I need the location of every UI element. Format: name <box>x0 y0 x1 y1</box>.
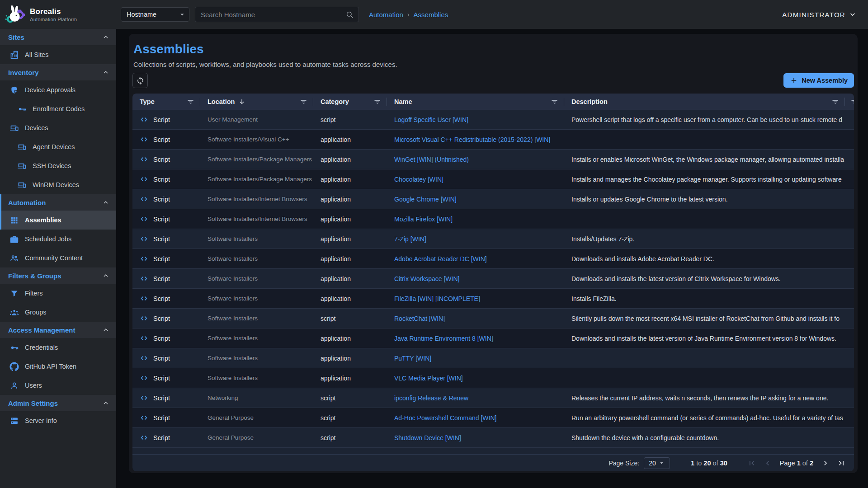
column-header-description[interactable]: Description <box>564 94 854 110</box>
next-page-icon[interactable] <box>821 459 830 468</box>
table-row[interactable]: ScriptSoftware Installersapplication7-Zi… <box>132 229 854 249</box>
cell-name: Java Runtime Environment 8 [WIN] <box>387 328 564 348</box>
assembly-link[interactable]: Adobe Acrobat Reader DC [WIN] <box>394 255 487 263</box>
building-icon <box>9 50 19 60</box>
table-row[interactable]: ScriptSoftware InstallersapplicationJava… <box>132 328 854 348</box>
first-page-icon[interactable] <box>747 459 756 468</box>
cell-location: Software Installers/Package Managers <box>200 169 313 189</box>
cell-location: Software Installers <box>200 368 313 388</box>
table-row[interactable]: ScriptGeneral PurposescriptShutdown Devi… <box>132 428 854 448</box>
table-row[interactable]: ScriptNetworkingscriptipconfig Release &… <box>132 388 854 408</box>
column-header-name[interactable]: Name <box>387 94 564 110</box>
sidebar-item-ssh-devices[interactable]: SSH Devices <box>0 156 116 175</box>
breadcrumb-automation[interactable]: Automation <box>369 11 403 19</box>
assembly-link[interactable]: Shutdown Device [WIN] <box>394 434 461 441</box>
assembly-link[interactable]: Microsoft Visual C++ Redistributable (20… <box>394 136 550 143</box>
cell-category: script <box>313 110 387 129</box>
sidebar-section-filters-groups[interactable]: Filters & Groups <box>0 267 116 284</box>
topbar: Hostname Automation › Assemblies ADMINIS… <box>116 0 868 29</box>
table-row[interactable]: ScriptUser ManagementscriptLogoff Specif… <box>132 110 854 130</box>
sidebar-item-credentials[interactable]: Credentials <box>0 338 116 357</box>
user-menu[interactable]: ADMINISTRATOR <box>782 10 857 19</box>
sidebar-item-devices[interactable]: Devices <box>0 118 116 137</box>
devices-icon <box>17 161 27 171</box>
cell-description: Installs and manages the Chocolatey pack… <box>564 169 854 189</box>
assembly-link[interactable]: 7-Zip [WIN] <box>394 235 426 243</box>
filter-list-icon <box>831 98 839 106</box>
code-icon <box>140 215 148 223</box>
sidebar-section-access-management[interactable]: Access Management <box>0 322 116 338</box>
breadcrumb-assemblies[interactable]: Assemblies <box>414 11 448 19</box>
assembly-link[interactable]: RocketChat [WIN] <box>394 315 445 322</box>
column-header-type[interactable]: Type <box>132 94 200 110</box>
caret-down-icon <box>658 460 665 466</box>
sidebar-section-inventory[interactable]: Inventory <box>0 64 116 80</box>
last-page-icon[interactable] <box>837 459 846 468</box>
sidebar-item-github-api-token[interactable]: GitHub API Token <box>0 357 116 376</box>
assembly-link[interactable]: Google Chrome [WIN] <box>394 196 457 203</box>
sidebar-item-agent-devices[interactable]: Agent Devices <box>0 137 116 156</box>
table-row[interactable]: ScriptSoftware InstallersapplicationVLC … <box>132 368 854 388</box>
cell-location: Software Installers <box>200 328 313 348</box>
assembly-link[interactable]: ipconfig Release & Renew <box>394 394 468 402</box>
assembly-link[interactable]: Mozilla Firefox [WIN] <box>394 216 453 223</box>
assembly-link[interactable]: FileZilla [WIN] [INCOMPLETE] <box>394 295 480 302</box>
assembly-link[interactable]: PuTTY [WIN] <box>394 355 431 362</box>
table-row[interactable]: ScriptGeneral PurposescriptAd-Hoc Powers… <box>132 408 854 428</box>
table-row[interactable]: ScriptSoftware InstallersapplicationPuTT… <box>132 348 854 368</box>
sidebar-item-winrm-devices[interactable]: WinRM Devices <box>0 175 116 194</box>
sidebar-item-groups[interactable]: Groups <box>0 303 116 322</box>
cell-name: RocketChat [WIN] <box>387 309 564 328</box>
section-label: Access Management <box>8 326 75 334</box>
funnel-icon <box>9 289 19 298</box>
table-row[interactable]: ScriptSoftware Installers/Package Manage… <box>132 150 854 169</box>
cell-category: application <box>313 150 387 169</box>
assembly-link[interactable]: WinGet [WIN] (Unfinished) <box>394 156 469 163</box>
table-row[interactable]: ScriptSoftware Installers/Internet Brows… <box>132 209 854 229</box>
table-row[interactable]: ScriptSoftware Installers/Internet Brows… <box>132 189 854 209</box>
previous-page-icon[interactable] <box>763 459 772 468</box>
table-row[interactable]: ScriptSoftware InstallersapplicationAdob… <box>132 249 854 269</box>
sidebar-item-device-approvals[interactable]: Device Approvals <box>0 80 116 99</box>
main-area: Hostname Automation › Assemblies ADMINIS… <box>116 0 868 488</box>
assembly-link[interactable]: VLC Media Player [WIN] <box>394 375 463 382</box>
cell-name: Citrix Workspace [WIN] <box>387 269 564 288</box>
code-icon <box>140 433 148 442</box>
sidebar-item-enrollment-codes[interactable]: Enrollment Codes <box>0 99 116 118</box>
column-header-location[interactable]: Location <box>200 94 313 110</box>
table-row[interactable]: ScriptSoftware InstallersapplicationCitr… <box>132 269 854 289</box>
cell-location: Software Installers <box>200 309 313 328</box>
page-size-select[interactable]: 20 <box>644 457 670 469</box>
sidebar-item-server-info[interactable]: Server Info <box>0 411 116 430</box>
table-row[interactable]: ScriptSoftware Installers/Package Manage… <box>132 169 854 189</box>
column-label: Description <box>571 98 608 105</box>
assembly-link[interactable]: Chocolatey [WIN] <box>394 176 443 183</box>
hostname-filter-select[interactable]: Hostname <box>121 7 189 22</box>
sidebar-item-community-content[interactable]: Community Content <box>0 249 116 267</box>
sidebar-item-users[interactable]: Users <box>0 376 116 395</box>
arrow-down-icon <box>238 98 245 105</box>
assembly-link[interactable]: Logoff Specific User [WIN] <box>394 116 468 123</box>
sidebar-section-admin-settings[interactable]: Admin Settings <box>0 395 116 411</box>
hostname-select-value: Hostname <box>127 11 156 18</box>
sidebar-section-automation[interactable]: Automation <box>0 194 116 211</box>
code-icon <box>140 274 148 283</box>
new-assembly-button[interactable]: New Assembly <box>783 73 854 88</box>
table-row[interactable]: ScriptSoftware InstallersscriptRocketCha… <box>132 309 854 328</box>
assembly-link[interactable]: Ad-Hoc Powershell Command [WIN] <box>394 414 496 422</box>
sidebar-item-scheduled-jobs[interactable]: Scheduled Jobs <box>0 230 116 249</box>
column-header-category[interactable]: Category <box>313 94 387 110</box>
sidebar-item-assemblies[interactable]: Assemblies <box>0 211 116 230</box>
cell-name: FileZilla [WIN] [INCOMPLETE] <box>387 289 564 308</box>
sidebar-item-all-sites[interactable]: All Sites <box>0 45 116 64</box>
table-row[interactable]: ScriptSoftware Installers/Visual C++appl… <box>132 130 854 150</box>
assembly-link[interactable]: Java Runtime Environment 8 [WIN] <box>394 335 493 342</box>
refresh-button[interactable] <box>132 73 148 88</box>
table-row[interactable]: ScriptSoftware InstallersapplicationFile… <box>132 289 854 309</box>
search-input[interactable] <box>201 11 345 19</box>
devices-icon <box>9 123 19 133</box>
assembly-link[interactable]: Citrix Workspace [WIN] <box>394 275 459 282</box>
sidebar-item-filters[interactable]: Filters <box>0 284 116 303</box>
sidebar-section-sites[interactable]: Sites <box>0 29 116 45</box>
cell-description: Downloads and installs Adobe Acrobat Rea… <box>564 249 854 268</box>
